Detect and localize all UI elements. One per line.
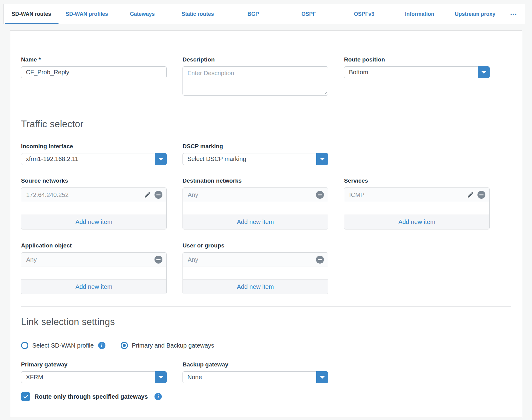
route-position-value: Bottom	[349, 69, 368, 76]
user-or-groups-label: User or groups	[183, 242, 328, 249]
description-label: Description	[183, 56, 328, 63]
tab-static-routes[interactable]: Static routes	[170, 4, 225, 24]
radio-group-sdwan-profile: Select SD-WAN profile i	[21, 342, 105, 349]
tab-ospf[interactable]: OSPF	[281, 4, 336, 24]
tab-upstream-proxy[interactable]: Upstream proxy	[447, 4, 503, 24]
route-only-checkbox[interactable]	[21, 392, 30, 401]
interface-dscp-row: Incoming interface xfrm1-192.168.2.11 DS…	[21, 143, 511, 165]
route-position-select[interactable]: Bottom	[344, 66, 490, 78]
services-listbox: ICMP Add new item	[344, 187, 490, 229]
name-field-group: Name *	[21, 56, 167, 78]
services-label: Services	[344, 177, 490, 184]
tab-sdwan-profiles[interactable]: SD-WAN profiles	[59, 4, 115, 24]
caret-down-icon	[481, 71, 487, 74]
dropdown-caret-button[interactable]	[316, 153, 328, 165]
basic-info-row: Name * Description Route position Bottom	[21, 56, 511, 97]
list-item: ICMP	[344, 188, 489, 202]
add-new-item-button[interactable]: Add new item	[21, 279, 166, 294]
remove-minus-icon[interactable]	[316, 256, 324, 264]
user-or-groups-group: User or groups Any Add new item	[183, 242, 328, 294]
description-field-group: Description	[183, 56, 328, 97]
add-new-item-button[interactable]: Add new item	[183, 215, 328, 229]
source-networks-listbox: 172.64.240.252 Add new item	[21, 187, 167, 229]
sdwan-profile-radio[interactable]	[21, 342, 28, 349]
route-only-checkbox-label: Route only through specified gateways	[34, 393, 148, 400]
dscp-marking-select[interactable]: Select DSCP marking	[183, 153, 328, 165]
add-new-item-button[interactable]: Add new item	[344, 215, 489, 229]
services-group: Services ICMP Add new item	[344, 177, 490, 229]
primary-backup-radio[interactable]	[121, 342, 128, 349]
caret-down-icon	[320, 376, 325, 379]
dropdown-caret-button[interactable]	[478, 66, 490, 78]
caret-down-icon	[158, 158, 164, 160]
edit-pencil-icon[interactable]	[144, 191, 151, 198]
tab-sdwan-routes[interactable]: SD-WAN routes	[4, 4, 59, 24]
networks-row: Source networks 172.64.240.252 Add new i…	[21, 177, 511, 229]
list-item-text: Any	[26, 256, 37, 263]
remove-minus-icon[interactable]	[477, 191, 485, 199]
traffic-selector-title: Traffic selector	[21, 118, 511, 130]
sdwan-route-form-card: Name * Description Route position Bottom…	[10, 30, 522, 418]
add-new-item-button[interactable]: Add new item	[21, 215, 166, 229]
primary-gateway-label: Primary gateway	[21, 361, 167, 368]
backup-gateway-label: Backup gateway	[183, 361, 328, 368]
list-item: Any	[21, 253, 166, 267]
destination-networks-label: Destination networks	[183, 177, 328, 184]
dropdown-caret-button[interactable]	[155, 153, 167, 165]
list-item: 172.64.240.252	[21, 188, 166, 202]
section-divider	[21, 306, 511, 307]
name-label: Name *	[21, 56, 167, 63]
primary-gateway-select[interactable]: XFRM	[21, 371, 167, 383]
remove-minus-icon[interactable]	[154, 191, 162, 199]
application-object-listbox: Any Add new item	[21, 252, 167, 294]
dscp-marking-value: Select DSCP marking	[187, 156, 246, 163]
tab-bgp[interactable]: BGP	[225, 4, 281, 24]
edit-pencil-icon[interactable]	[467, 191, 474, 198]
remove-minus-icon[interactable]	[154, 256, 162, 264]
sdwan-profile-radio-label: Select SD-WAN profile	[32, 342, 94, 349]
add-new-item-button[interactable]: Add new item	[183, 279, 328, 294]
source-networks-group: Source networks 172.64.240.252 Add new i…	[21, 177, 167, 229]
route-position-label: Route position	[344, 56, 490, 63]
list-item-text: 172.64.240.252	[26, 191, 69, 198]
gateways-row: Primary gateway XFRM Backup gateway None	[21, 361, 511, 383]
list-item-text: Any	[188, 256, 198, 263]
check-icon	[23, 394, 28, 398]
route-only-row: Route only through specified gateways i	[21, 392, 511, 401]
tab-ospfv3[interactable]: OSPFv3	[336, 4, 392, 24]
tab-bar: SD-WAN routes SD-WAN profiles Gateways S…	[3, 4, 525, 24]
dropdown-caret-button[interactable]	[155, 371, 167, 383]
list-item-text: ICMP	[349, 191, 364, 198]
remove-minus-icon[interactable]	[316, 191, 324, 199]
list-item-text: Any	[188, 191, 198, 198]
incoming-interface-select[interactable]: xfrm1-192.168.2.11	[21, 153, 167, 165]
list-item: Any	[183, 253, 328, 267]
destination-networks-group: Destination networks Any Add new item	[183, 177, 328, 229]
application-object-label: Application object	[21, 242, 167, 249]
backup-gateway-group: Backup gateway None	[183, 361, 328, 383]
link-selection-radio-row: Select SD-WAN profile i Primary and Back…	[21, 342, 511, 349]
primary-backup-radio-label: Primary and Backup gateways	[132, 342, 214, 349]
application-object-group: Application object Any Add new item	[21, 242, 167, 294]
backup-gateway-select[interactable]: None	[183, 371, 328, 383]
incoming-interface-value: xfrm1-192.168.2.11	[26, 156, 78, 163]
incoming-interface-label: Incoming interface	[21, 143, 167, 150]
more-tabs-ellipsis-icon[interactable]: •••	[503, 4, 525, 24]
radio-group-primary-backup: Primary and Backup gateways	[121, 342, 214, 349]
tab-information[interactable]: Information	[392, 4, 447, 24]
backup-gateway-value: None	[187, 374, 202, 381]
incoming-interface-group: Incoming interface xfrm1-192.168.2.11	[21, 143, 167, 165]
list-item: Any	[183, 188, 328, 202]
dscp-marking-group: DSCP marking Select DSCP marking	[183, 143, 328, 165]
info-icon[interactable]: i	[154, 393, 162, 400]
caret-down-icon	[320, 158, 325, 160]
dropdown-caret-button[interactable]	[316, 371, 328, 383]
section-divider	[21, 109, 511, 109]
tab-gateways[interactable]: Gateways	[115, 4, 170, 24]
description-textarea[interactable]	[183, 66, 328, 96]
source-networks-label: Source networks	[21, 177, 167, 184]
name-input[interactable]	[21, 66, 167, 78]
info-icon[interactable]: i	[98, 342, 105, 349]
primary-gateway-group: Primary gateway XFRM	[21, 361, 167, 383]
primary-gateway-value: XFRM	[26, 374, 43, 381]
